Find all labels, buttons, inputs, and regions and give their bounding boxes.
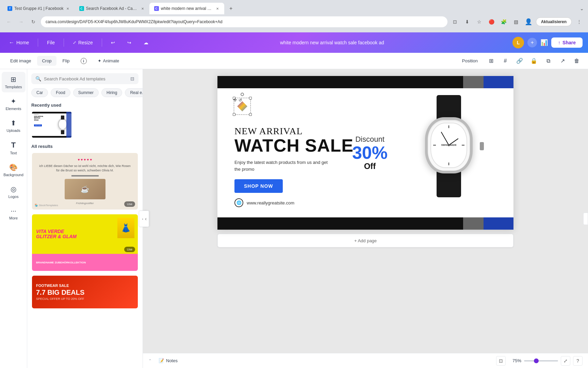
tag-real-estate[interactable]: Real e... — [125, 88, 143, 97]
tab-close-3[interactable]: ✕ — [215, 6, 219, 11]
flip-button[interactable]: Flip — [58, 56, 75, 66]
left-sidebar: ⊞ Templates ✦ Elements ⬆ Uploads T Text … — [0, 69, 27, 368]
tag-food[interactable]: Food — [51, 88, 70, 97]
screen-capture-icon[interactable]: ⊡ — [450, 17, 460, 27]
edit-image-button[interactable]: Edit image — [5, 56, 36, 66]
template-item-2[interactable]: 👗 VITA VERDEGLITZER & GLAM BRANDNAME ZUB… — [31, 214, 138, 272]
ad-description: Enjoy the latest watch products from us … — [234, 159, 330, 172]
sidebar-item-text[interactable]: T Text — [2, 137, 26, 158]
help-button[interactable]: ? — [573, 356, 583, 366]
canvas-area: ‹ — [143, 69, 588, 368]
tab-bar: f Test Gruppe #1 | Facebook ✕ C Search F… — [0, 0, 588, 14]
sidebar-item-background[interactable]: 🎨 Background — [2, 160, 26, 180]
reload-button[interactable]: ↻ — [29, 17, 38, 27]
puzzle-icon[interactable]: 🧩 — [499, 17, 509, 27]
search-box[interactable]: 🔍 ⊟ — [31, 73, 138, 84]
blue-accent-bottom — [484, 217, 513, 230]
link-icon-button[interactable]: 🔗 — [514, 55, 525, 67]
logos-icon: ◎ — [11, 185, 16, 193]
document-title: white modern new arrival watch sale face… — [157, 40, 507, 45]
edit-toolbar: Edit image Crop Flip i ✦ Animate Positio… — [0, 53, 588, 69]
share-button[interactable]: ↑ Share — [551, 37, 583, 48]
search-input[interactable] — [44, 76, 128, 81]
rotate-handle[interactable] — [241, 91, 244, 95]
new-tab-button[interactable]: + — [226, 4, 236, 13]
browser-tab-1[interactable]: f Test Gruppe #1 | Facebook ✕ — [3, 3, 75, 14]
design-card[interactable]: ✛ ↺ NEW ARRIVAL WATCH SALE Enjoy the lat… — [217, 76, 513, 230]
browser-tab-3[interactable]: C white modern new arrival watc... ✕ — [149, 3, 224, 14]
tag-hiring[interactable]: Hiring — [101, 88, 122, 97]
template-1-use-btn[interactable]: Use — [124, 201, 135, 207]
zoom-fullscreen-button[interactable]: ⤢ — [561, 356, 570, 366]
template-1-divider — [71, 175, 99, 177]
browser-icons: ⊡ ⬇ ☆ 🔴 🧩 ▧ 👤 Aktualisieren ⋮ — [450, 17, 584, 27]
collapse-sidebar-button[interactable]: ‹ — [143, 211, 149, 227]
blue-accent-top — [484, 76, 513, 88]
zoom-fit-button[interactable]: ⊡ — [496, 356, 506, 366]
resize-button[interactable]: ⤢ Resize — [69, 38, 96, 47]
ruler-icon-button[interactable]: ⊞ — [485, 55, 497, 67]
tab-close-1[interactable]: ✕ — [66, 6, 70, 11]
notes-button[interactable]: 📝 Notes — [155, 356, 181, 365]
toolbar-divider-3 — [102, 39, 102, 47]
cloud-save-button[interactable]: ☁ — [140, 38, 152, 47]
zoom-slider[interactable] — [524, 360, 558, 362]
menu-icon[interactable]: ⋮ — [574, 17, 584, 27]
extensions-icon[interactable]: 🔴 — [487, 17, 496, 27]
position-button[interactable]: Position — [457, 56, 483, 66]
text-label: Text — [10, 151, 17, 155]
tag-summer[interactable]: Summer — [73, 88, 99, 97]
hour-marker-3 — [462, 145, 464, 145]
user-avatar[interactable]: L — [512, 37, 524, 48]
back-button[interactable]: ← — [4, 17, 14, 27]
home-button[interactable]: ← Home — [5, 37, 32, 48]
elements-label: Elements — [6, 107, 21, 111]
user-profile-icon[interactable]: 👤 — [524, 17, 533, 27]
sidebar-item-more[interactable]: ··· More — [2, 203, 26, 224]
info-button[interactable]: i — [76, 56, 92, 66]
update-button[interactable]: Aktualisieren — [536, 17, 572, 26]
file-button[interactable]: File — [44, 38, 58, 47]
sidebar-item-uploads[interactable]: ⬆ Uploads — [2, 116, 26, 136]
animate-button[interactable]: ✦ Animate — [93, 56, 124, 66]
collapse-canvas-handle[interactable]: ⌃ — [148, 358, 152, 363]
sidebar-item-templates[interactable]: ⊞ Templates — [2, 72, 26, 92]
template-item-1[interactable]: ♥ ♥ ♥ ♥ ♥ ich LIEBE diesen Dächer so ist… — [31, 152, 138, 210]
ad-shop-button[interactable]: SHOP NOW — [234, 179, 283, 193]
sidebar-icon[interactable]: ▧ — [511, 17, 521, 27]
address-bar[interactable]: canva.com/design/DAFD5-KX4F4/lup6hJW8uKd… — [41, 16, 447, 27]
browser-tab-2[interactable]: C Search Facebook Ad - Canva ✕ — [75, 3, 149, 14]
templates-icon: ⊞ — [11, 75, 16, 83]
star-icon[interactable]: ☆ — [475, 17, 484, 27]
grid-icon-button[interactable]: # — [500, 55, 511, 67]
filter-icon[interactable]: ⊟ — [130, 76, 134, 81]
template-3-sale-label: FOOTWEAR SALE — [36, 283, 134, 288]
tab-expand-button[interactable]: ⌄ — [578, 5, 585, 12]
resize-icon: ⤢ — [73, 40, 76, 45]
add-collaborator-button[interactable]: + — [527, 38, 537, 47]
canvas-scroll[interactable]: ✛ ↺ NEW ARRIVAL WATCH SALE Enjoy the lat… — [143, 69, 588, 353]
copy-icon-button[interactable]: ⧉ — [542, 55, 554, 67]
ad-content: ✛ ↺ NEW ARRIVAL WATCH SALE Enjoy the lat… — [217, 88, 513, 217]
tag-car[interactable]: Car — [31, 88, 48, 97]
browser-chrome: f Test Gruppe #1 | Facebook ✕ C Search F… — [0, 0, 588, 32]
add-page-button[interactable]: + Add page — [217, 234, 513, 247]
discount-percent: 30% — [352, 144, 388, 162]
lock-icon-button[interactable]: 🔒 — [528, 55, 540, 67]
delete-icon-button[interactable]: 🗑 — [571, 55, 583, 67]
downloads-icon[interactable]: ⬇ — [462, 17, 472, 27]
undo-button[interactable]: ↩ — [108, 38, 118, 47]
sidebar-item-logos[interactable]: ◎ Logos — [2, 182, 26, 202]
sidebar-item-elements[interactable]: ✦ Elements — [2, 94, 26, 114]
recently-used-template[interactable]: Canva Inc. NEW ARRIVAL WATCHSALE SHOP NO… — [31, 111, 72, 138]
redo-button[interactable]: ↪ — [124, 38, 135, 47]
tab-close-2[interactable]: ✕ — [141, 6, 145, 11]
discount-off: Off — [352, 162, 388, 171]
template-2-use-btn[interactable]: Use — [124, 247, 135, 252]
template-1-image: ☕ — [65, 179, 105, 199]
forward-button[interactable]: → — [16, 17, 26, 27]
analytics-button[interactable]: 📊 — [540, 39, 548, 46]
export-icon-button[interactable]: ↗ — [557, 55, 568, 67]
crop-button[interactable]: Crop — [37, 56, 56, 66]
template-item-3[interactable]: FOOTWEAR SALE 7.7 BIG DEALS SPECIAL OFFE… — [31, 275, 138, 309]
